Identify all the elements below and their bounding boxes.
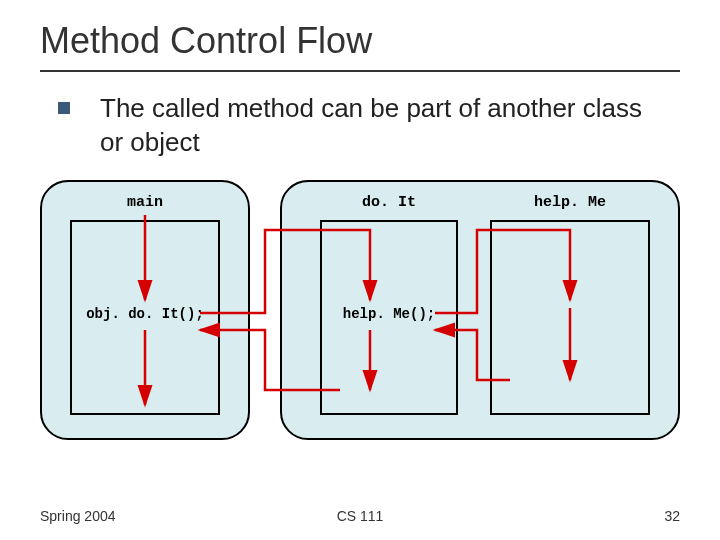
bullet-row: The called method can be part of another…: [0, 92, 720, 160]
label-main: main: [70, 194, 220, 211]
slide-title: Method Control Flow: [0, 0, 720, 70]
call-helpme: help. Me();: [320, 306, 458, 322]
slide-number: 32: [664, 508, 680, 524]
bullet-text: The called method can be part of another…: [100, 93, 642, 157]
label-doit: do. It: [320, 194, 458, 211]
title-rule: [40, 70, 680, 72]
bullet-icon: [58, 102, 70, 114]
flow-diagram: main do. It help. Me obj. do. It(); help…: [40, 180, 680, 460]
call-obj-doit: obj. do. It();: [70, 306, 220, 322]
method-box-helpme: [490, 220, 650, 415]
label-helpme: help. Me: [490, 194, 650, 211]
footer-center: CS 111: [0, 508, 720, 524]
